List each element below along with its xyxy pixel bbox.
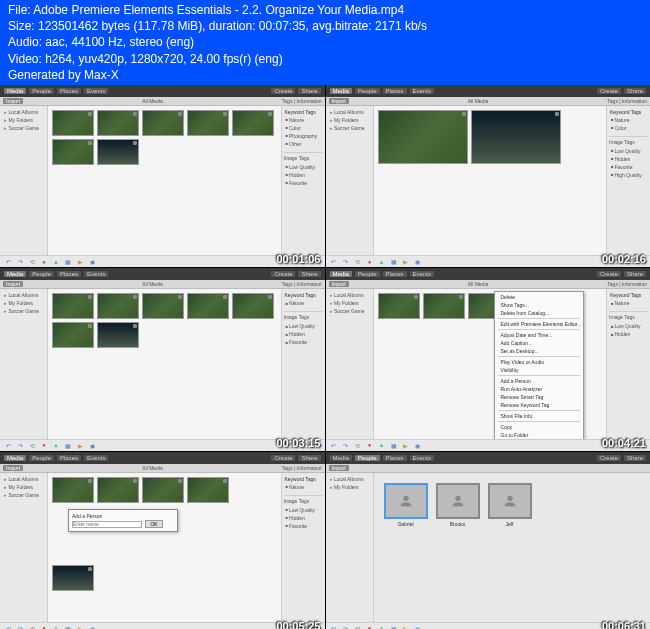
media-grid — [48, 106, 281, 255]
play-icon[interactable]: ▶ — [75, 258, 85, 266]
sidebar-item-soccer[interactable]: Soccer Game — [2, 124, 45, 132]
tags-panel: Keyword Tags Nature Color Photography Ot… — [281, 106, 325, 255]
clip-thumb[interactable] — [378, 110, 468, 164]
tag-item[interactable]: Hidden — [284, 171, 323, 179]
menu-item[interactable]: Remove Smart Tag — [495, 393, 583, 401]
timestamp: 00:02:16 — [602, 253, 646, 265]
menu-item[interactable]: Copy — [495, 423, 583, 431]
tag-icon[interactable]: ● — [39, 258, 49, 266]
rotate-icon[interactable]: ⟲ — [27, 258, 37, 266]
clip-thumb[interactable] — [187, 110, 229, 136]
frame-5: MediaPeoplePlacesEventsCreateShare Impor… — [0, 452, 325, 629]
tag-item[interactable]: Low Quality — [284, 163, 323, 171]
tag-item[interactable]: Color — [284, 124, 323, 132]
all-media-label: All Media — [142, 98, 163, 104]
video-line: Video: h264, yuv420p, 1280x720, 24.00 fp… — [8, 51, 642, 67]
thumbnail-grid: Media People Places Events Create Share … — [0, 85, 650, 629]
clip-thumb[interactable] — [52, 139, 94, 165]
size-line: Size: 123501462 bytes (117.78 MiB), dura… — [8, 18, 642, 34]
svg-point-0 — [403, 495, 408, 500]
frame-3: MediaPeoplePlacesEventsCreateShare Impor… — [0, 268, 325, 450]
info-header: File: Adobe Premiere Elements Essentials… — [0, 0, 650, 85]
menu-item[interactable]: Set as Desktop... — [495, 347, 583, 355]
dialog-title: Add a Person — [72, 513, 174, 519]
clip-thumb[interactable] — [97, 139, 139, 165]
tag-item[interactable]: Nature — [284, 116, 323, 124]
menu-item[interactable]: Show Tags... — [495, 301, 583, 309]
sidebar-item-folders[interactable]: My Folders — [2, 116, 45, 124]
person-card[interactable]: Brooks — [436, 483, 480, 527]
clip-thumb[interactable] — [97, 110, 139, 136]
redo-icon[interactable]: ↷ — [15, 258, 25, 266]
people-grid: Gabriel Brooks Jeff — [374, 473, 651, 622]
sidebar-item-albums[interactable]: Local Albums — [2, 108, 45, 116]
audio-line: Audio: aac, 44100 Hz, stereo (eng) — [8, 34, 642, 50]
frame-2: MediaPeoplePlacesEventsCreateShare Impor… — [326, 85, 651, 267]
subbar: Import All Media Tags | Information — [0, 97, 325, 106]
timestamp: 00:01:06 — [276, 253, 320, 265]
file-line: File: Adobe Premiere Elements Essentials… — [8, 2, 642, 18]
tab-places[interactable]: Places — [57, 88, 81, 94]
menu-item[interactable]: Delete from Catalog... — [495, 309, 583, 317]
calendar-icon[interactable]: ▦ — [63, 258, 73, 266]
menu-item[interactable]: Edit with Premiere Elements Editor... — [495, 320, 583, 328]
menu-item[interactable]: Add Caption... — [495, 339, 583, 347]
timestamp: 00:03:15 — [276, 437, 320, 449]
clip-thumb[interactable] — [232, 110, 274, 136]
tab-people[interactable]: People — [29, 88, 54, 94]
timestamp: 00:05:25 — [276, 620, 320, 629]
clip-thumb[interactable] — [471, 110, 561, 164]
menu-item[interactable]: Visibility — [495, 366, 583, 374]
gen-line: Generated by Max-X — [8, 67, 642, 83]
tag-item[interactable]: Photography — [284, 132, 323, 140]
menu-item[interactable]: Go to Folder — [495, 431, 583, 438]
menu-item[interactable]: Remove Keyword Tag — [495, 401, 583, 409]
frame-4: MediaPeoplePlacesEventsCreateShare Impor… — [326, 268, 651, 450]
person-card[interactable]: Jeff — [488, 483, 532, 527]
clip-thumb[interactable] — [142, 110, 184, 136]
btn-share[interactable]: Share — [298, 88, 320, 94]
tag-item[interactable]: Other — [284, 140, 323, 148]
person-name: Jeff — [506, 521, 514, 527]
pin-icon[interactable]: ▲ — [51, 258, 61, 266]
person-icon — [488, 483, 532, 519]
svg-point-1 — [455, 495, 460, 500]
svg-point-2 — [507, 495, 512, 500]
menu-item[interactable]: Show File Info — [495, 412, 583, 420]
person-name-input[interactable] — [72, 521, 142, 528]
ok-button[interactable]: OK — [145, 520, 162, 528]
menu-item[interactable]: Add a Person — [495, 377, 583, 385]
person-card[interactable]: Gabriel — [384, 483, 428, 527]
import-button[interactable]: Import — [3, 98, 23, 104]
frame-6: MediaPeoplePlacesEventsCreateShare Impor… — [326, 452, 651, 629]
menu-item[interactable]: Play Video or Audio — [495, 358, 583, 366]
sidebar: Local Albums My Folders Soccer Game — [0, 106, 48, 255]
tags-title: Keyword Tags — [284, 108, 323, 116]
slideshow-icon[interactable]: ◉ — [87, 258, 97, 266]
person-icon — [436, 483, 480, 519]
tab-media[interactable]: Media — [4, 88, 26, 94]
menu-item[interactable]: Adjust Date and Time... — [495, 331, 583, 339]
app-topbar: Media People Places Events Create Share — [0, 85, 325, 97]
context-menu: Delete Show Tags... Delete from Catalog.… — [494, 291, 584, 438]
timestamp: 00:06:31 — [602, 620, 646, 629]
add-person-dialog: Add a Person OK — [68, 509, 178, 532]
image-tags-title: Image Tags — [284, 152, 323, 163]
undo-icon[interactable]: ↶ — [3, 258, 13, 266]
clip-thumb[interactable] — [52, 110, 94, 136]
tag-item[interactable]: Favorite — [284, 179, 323, 187]
frame-1: Media People Places Events Create Share … — [0, 85, 325, 267]
menu-item[interactable]: Delete — [495, 293, 583, 301]
menu-item[interactable]: Run Auto-Analyzer — [495, 385, 583, 393]
btn-create[interactable]: Create — [271, 88, 295, 94]
timestamp: 00:04:21 — [602, 437, 646, 449]
person-icon — [384, 483, 428, 519]
tab-events[interactable]: Events — [84, 88, 108, 94]
person-name: Gabriel — [397, 521, 413, 527]
person-name: Brooks — [450, 521, 466, 527]
